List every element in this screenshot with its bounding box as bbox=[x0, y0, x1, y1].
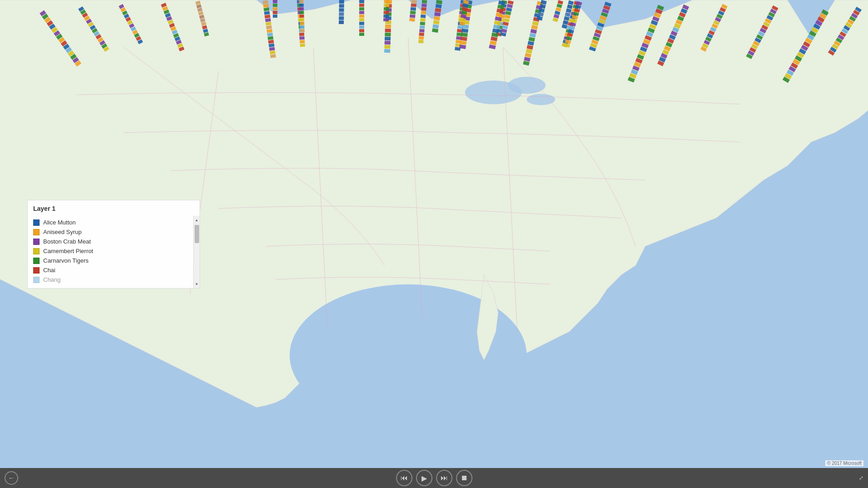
next-button[interactable]: ⏭ bbox=[436, 470, 452, 486]
legend-panel: Layer 1 Alice Mutton Aniseed Syrup Bosto… bbox=[27, 200, 200, 289]
back-button[interactable]: ← bbox=[5, 471, 18, 485]
toolbar-center: ⏮ ▶ ⏭ ⏹ bbox=[396, 470, 472, 486]
prev-icon: ⏮ bbox=[401, 474, 408, 482]
legend-item: Chang bbox=[33, 275, 194, 284]
legend-item-label: Alice Mutton bbox=[43, 219, 76, 226]
stop-button[interactable]: ⏹ bbox=[456, 470, 472, 486]
back-icon: ← bbox=[8, 474, 15, 482]
legend-scrollbar: ▲ ▼ bbox=[193, 216, 200, 288]
legend-item-label: Carnarvon Tigers bbox=[43, 257, 89, 264]
legend-item: Alice Mutton bbox=[33, 218, 194, 227]
bar-cluster-gulf1 bbox=[273, 0, 277, 18]
toolbar-right: ⤢ bbox=[859, 475, 863, 481]
bar-cluster-nc1 bbox=[359, 0, 364, 36]
copyright-text: © 2017 Microsoft bbox=[825, 460, 863, 466]
legend-item-label: Camembert Pierrot bbox=[43, 248, 93, 254]
scroll-thumb[interactable] bbox=[195, 225, 199, 243]
legend-title: Layer 1 bbox=[28, 200, 200, 216]
stop-icon: ⏹ bbox=[461, 474, 468, 482]
bottom-toolbar: ← ⏮ ▶ ⏭ ⏹ ⤢ bbox=[0, 468, 868, 488]
legend-color-swatch bbox=[33, 229, 40, 235]
legend-item-label: Chang bbox=[43, 276, 60, 283]
legend-color-swatch bbox=[33, 258, 40, 264]
bar-cluster-gulf2 bbox=[383, 0, 390, 21]
svg-point-2 bbox=[508, 77, 546, 94]
legend-item-label: Boston Crab Meat bbox=[43, 238, 91, 245]
legend-item: Camembert Pierrot bbox=[33, 246, 194, 256]
svg-point-3 bbox=[527, 94, 555, 105]
map-container[interactable]: Layer 1 Alice Mutton Aniseed Syrup Bosto… bbox=[0, 0, 868, 488]
legend-item: Carnarvon Tigers bbox=[33, 256, 194, 265]
legend-item: Aniseed Syrup bbox=[33, 227, 194, 237]
legend-item-label: Chai bbox=[43, 267, 55, 274]
legend-item: Boston Crab Meat bbox=[33, 237, 194, 246]
bar-single-blue bbox=[339, 0, 344, 24]
prev-button[interactable]: ⏮ bbox=[396, 470, 412, 486]
legend-items: Alice Mutton Aniseed Syrup Boston Crab M… bbox=[28, 216, 200, 288]
legend-color-swatch bbox=[33, 277, 40, 283]
legend-color-swatch bbox=[33, 219, 40, 226]
play-button[interactable]: ▶ bbox=[416, 470, 432, 486]
legend-item: Chai bbox=[33, 265, 194, 275]
play-icon: ▶ bbox=[421, 474, 427, 483]
toolbar-left: ← bbox=[5, 471, 18, 485]
legend-color-swatch bbox=[33, 267, 40, 274]
scroll-up-button[interactable]: ▲ bbox=[194, 216, 200, 224]
expand-icon[interactable]: ⤢ bbox=[859, 475, 863, 481]
legend-color-swatch bbox=[33, 239, 40, 245]
legend-item-label: Aniseed Syrup bbox=[43, 229, 82, 235]
legend-color-swatch bbox=[33, 248, 40, 254]
scroll-down-button[interactable]: ▼ bbox=[194, 280, 200, 288]
next-icon: ⏭ bbox=[441, 474, 448, 482]
